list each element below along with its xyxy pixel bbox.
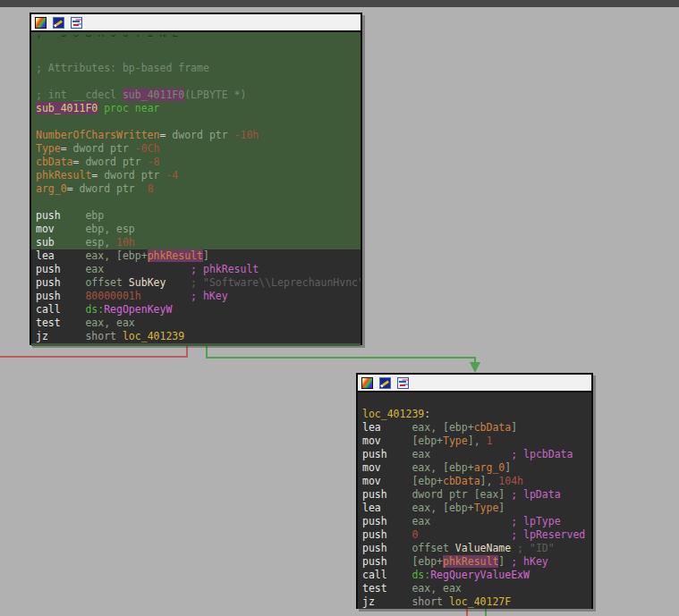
code-line[interactable]: push eax ; phkResult [31, 263, 361, 276]
code-line[interactable]: lea eax, [ebp+phkResult] [31, 249, 361, 263]
code-line[interactable]: sub_4011F0 proc near [31, 102, 361, 115]
code-line[interactable]: push 0 ; lpReserved [358, 528, 591, 542]
code-line[interactable]: NumberOfCharsWritten= dword ptr -10h [31, 129, 361, 142]
code-line[interactable] [31, 75, 361, 89]
top-border-strip [0, 0, 679, 7]
code-line[interactable]: arg_0= dword ptr 8 [31, 182, 361, 196]
node-color-palette-icon[interactable] [361, 377, 373, 389]
code-line[interactable]: loc_401239: [358, 408, 591, 421]
code-line[interactable]: push eax ; lpcbData [358, 448, 591, 461]
edge-green-horizontal [206, 357, 476, 359]
node-code-block[interactable]: ; = S U B R O U T I N E =; Attributes: b… [31, 32, 361, 346]
code-line[interactable]: push eax ; lpType [358, 515, 591, 528]
code-line[interactable]: push ebp [31, 209, 361, 223]
code-line[interactable]: cbData= dword ptr -8 [31, 156, 361, 169]
node-title-bar[interactable] [31, 14, 361, 32]
code-line[interactable]: call ds:RegQueryValueExW [358, 569, 591, 582]
code-line[interactable]: ; Attributes: bp-based frame [31, 62, 361, 75]
code-line[interactable] [31, 196, 361, 209]
code-line[interactable]: mov [ebp+cbData], 104h [358, 475, 591, 488]
edit-comment-icon[interactable] [379, 377, 391, 389]
code-line[interactable]: mov eax, [ebp+arg_0] [358, 461, 591, 475]
code-line[interactable]: lea eax, [ebp+Type] [358, 502, 591, 515]
code-line[interactable]: call ds:RegOpenKeyW [31, 303, 361, 316]
code-line[interactable]: push dword ptr [eax] ; lpData [358, 488, 591, 502]
code-line[interactable]: push offset SubKey ; "Software\\Leprecha… [31, 276, 361, 290]
graph-node-loc-401239[interactable]: loc_401239:lea eax, [ebp+cbData]mov [ebp… [356, 373, 593, 609]
node-color-palette-icon[interactable] [35, 17, 47, 29]
code-line[interactable]: push offset ValueName ; "ID" [358, 542, 591, 555]
group-nodes-icon[interactable] [397, 377, 409, 389]
edit-comment-icon[interactable] [53, 17, 64, 29]
code-line[interactable]: sub esp, 10h [31, 236, 361, 249]
node-code-block[interactable]: loc_401239:lea eax, [ebp+cbData]mov [ebp… [358, 392, 591, 609]
code-line[interactable]: phkResult= dword ptr -4 [31, 169, 361, 182]
group-nodes-icon[interactable] [71, 17, 82, 29]
edge-red-from-node2 [466, 609, 468, 616]
code-line[interactable]: push 80000001h ; hKey [31, 290, 361, 303]
code-line[interactable]: lea eax, [ebp+cbData] [358, 421, 591, 435]
code-line[interactable]: jz short loc_40127F [358, 595, 591, 609]
code-line[interactable]: Type= dword ptr -0Ch [31, 142, 361, 156]
code-line[interactable]: push [ebp+phkResult] ; hKey [358, 555, 591, 569]
edge-green-arrowhead [470, 362, 480, 373]
code-line[interactable] [31, 48, 361, 62]
code-line[interactable]: test eax, eax [31, 316, 361, 330]
code-line[interactable]: jz short loc_401239 [31, 330, 361, 343]
code-line[interactable] [358, 394, 591, 408]
code-line[interactable]: ; = S U B R O U T I N E = [31, 35, 361, 48]
node-title-bar[interactable] [358, 375, 591, 392]
code-line[interactable]: mov [ebp+Type], 1 [358, 435, 591, 448]
code-line[interactable] [31, 115, 361, 129]
edge-green-from-node2 [485, 609, 487, 616]
code-line[interactable]: ; int __cdecl sub_4011F0(LPBYTE *) [31, 89, 361, 102]
graph-node-sub-4011F0[interactable]: ; = S U B R O U T I N E =; Attributes: b… [30, 13, 362, 345]
ida-graph-view[interactable]: { "app": {"view": "disassembly-graph"}, … [0, 0, 679, 616]
edge-red-horizontal [0, 356, 188, 358]
code-line[interactable]: mov ebp, esp [31, 223, 361, 236]
code-line[interactable]: test eax, eax [358, 582, 591, 595]
